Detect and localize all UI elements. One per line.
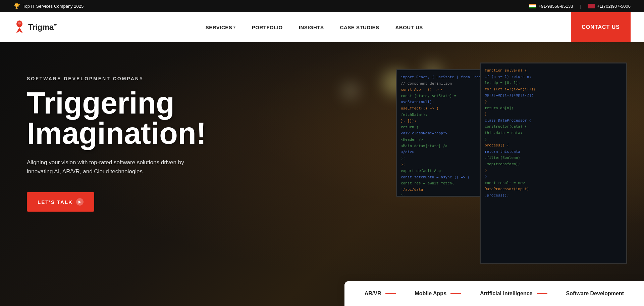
tag-ai-label: Artificial Intelligence (480, 291, 532, 297)
nav-about-us[interactable]: ABOUT US (395, 25, 423, 30)
bokeh-light-2 (342, 83, 359, 99)
svg-point-1 (18, 22, 21, 25)
hero-title: Triggering Imagination! (27, 88, 208, 148)
india-flag (529, 4, 536, 8)
nav-case-studies[interactable]: CASE STUDIES (340, 25, 379, 30)
monitor-right: function solve(n) { if (n <= 1) return n… (480, 62, 627, 264)
us-flag (588, 4, 595, 8)
contact-us-button[interactable]: CONTACT US (571, 12, 631, 42)
tag-software: Software Development (566, 291, 624, 297)
tag-arvr: AR/VR (365, 291, 396, 297)
phone-divider: | (580, 4, 581, 9)
award-text: Top IT Services Company 2025 (23, 4, 84, 9)
main-nav: SERVICES ▾ PORTFOLIO INSIGHTS CASE STUDI… (206, 25, 423, 30)
cta-label: LET'S TALK (38, 199, 73, 205)
hero-section: import React, { useState } from 'react';… (0, 42, 644, 306)
tag-mobile-dash (450, 293, 461, 294)
logo-text: Trigma™ (28, 23, 57, 32)
contact-numbers: +91-98558-85133 | +1(702)907-5006 (529, 4, 631, 9)
us-phone[interactable]: +1(702)907-5006 (588, 4, 631, 9)
header: Trigma™ SERVICES ▾ PORTFOLIO INSIGHTS CA… (0, 12, 644, 42)
tag-arvr-label: AR/VR (365, 291, 381, 297)
tag-arvr-dash (385, 293, 396, 294)
hero-content: SOFTWARE DEVELOPMENT COMPANY Triggering … (0, 42, 235, 245)
tag-ai-dash (537, 293, 547, 294)
india-phone-number: +91-98558-85133 (538, 4, 573, 9)
trophy-icon: 🏆 (13, 3, 20, 9)
logo[interactable]: Trigma™ (13, 20, 57, 35)
hero-subtitle: Aligning your vision with top-rated soft… (27, 158, 188, 176)
hero-eyebrow: SOFTWARE DEVELOPMENT COMPANY (27, 76, 208, 81)
us-phone-number: +1(702)907-5006 (597, 4, 631, 9)
tag-ai: Artificial Intelligence (480, 291, 547, 297)
top-bar: 🏆 Top IT Services Company 2025 +91-98558… (0, 0, 644, 12)
india-phone[interactable]: +91-98558-85133 (529, 4, 573, 9)
tag-software-label: Software Development (566, 291, 624, 297)
award-banner: 🏆 Top IT Services Company 2025 (13, 3, 84, 9)
cta-arrow-icon: ➤ (76, 198, 84, 206)
tag-mobile: Mobile Apps (415, 291, 462, 297)
tag-mobile-label: Mobile Apps (415, 291, 447, 297)
logo-icon (13, 20, 25, 35)
monitor-screen-right: function solve(n) { if (n <= 1) return n… (481, 63, 626, 263)
nav-services[interactable]: SERVICES ▾ (206, 25, 236, 30)
service-tags: AR/VR Mobile Apps Artificial Intelligenc… (344, 281, 644, 306)
nav-insights[interactable]: INSIGHTS (299, 25, 324, 30)
lets-talk-button[interactable]: LET'S TALK ➤ (27, 192, 94, 212)
nav-portfolio[interactable]: PORTFOLIO (252, 25, 283, 30)
services-chevron-icon: ▾ (233, 25, 236, 30)
